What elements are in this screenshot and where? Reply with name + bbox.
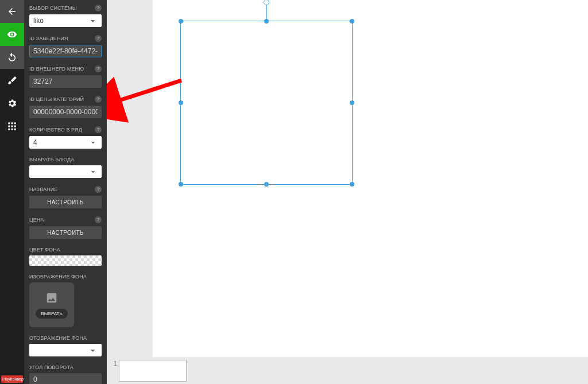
preview-button[interactable]	[0, 23, 24, 46]
label-venue-id: ID ЗАВЕДЕНИЯ ?	[29, 35, 102, 42]
back-button[interactable]	[0, 0, 24, 23]
grid-icon	[7, 121, 17, 131]
undo-button[interactable]	[0, 46, 24, 69]
resize-handle-nw[interactable]	[179, 19, 183, 24]
help-icon[interactable]: ?	[95, 5, 102, 11]
system-select[interactable]: liko	[29, 14, 102, 27]
selection-box[interactable]	[180, 21, 353, 185]
label-bg-color: ЦВЕТ ФОНА	[29, 247, 102, 253]
label-ext-menu-id: ID ВНЕШНЕГО МЕНЮ ?	[29, 65, 102, 72]
rail-badge: PlayКонвертер	[1, 375, 23, 383]
help-icon[interactable]: ?	[95, 65, 102, 72]
resize-handle-se[interactable]	[350, 182, 354, 187]
resize-handle-w[interactable]	[179, 100, 183, 105]
label-price: ЦЕНА ?	[29, 216, 102, 223]
field-bg-display: ОТОБРАЖЕНИЕ ФОНА	[29, 335, 102, 356]
left-rail: PlayКонвертер	[0, 0, 24, 384]
settings-button[interactable]	[0, 92, 24, 115]
label-choose-dishes: ВЫБРАТЬ БЛЮДА	[29, 157, 102, 162]
grid-button[interactable]	[0, 115, 24, 138]
rotation-input[interactable]	[29, 373, 102, 384]
rotation-handle[interactable]	[264, 0, 269, 5]
arrow-left-icon	[7, 6, 17, 17]
per-row-select[interactable]: 4	[29, 136, 102, 149]
field-cat-price-id: ID ЦЕНЫ КАТЕГОРИЙ ?	[29, 96, 102, 118]
bg-image-box: ВЫБРАТЬ	[29, 282, 74, 327]
field-name: НАЗВАНИЕ ? НАСТРОИТЬ	[29, 186, 102, 208]
resize-handle-sw[interactable]	[179, 182, 183, 187]
help-icon[interactable]: ?	[95, 35, 102, 42]
bg-display-select[interactable]	[29, 344, 102, 356]
canvas-page[interactable]	[153, 0, 588, 357]
choose-bg-image-button[interactable]: ВЫБРАТЬ	[36, 309, 67, 319]
gear-icon	[7, 98, 17, 108]
field-ext-menu-id: ID ВНЕШНЕГО МЕНЮ ?	[29, 65, 102, 88]
label-bg-display: ОТОБРАЖЕНИЕ ФОНА	[29, 335, 102, 341]
help-icon[interactable]: ?	[95, 216, 102, 223]
configure-name-button[interactable]: НАСТРОИТЬ	[29, 196, 102, 208]
properties-panel: ВЫБОР СИСТЕМЫ ? liko ID ЗАВЕДЕНИЯ ? ID В…	[24, 0, 107, 384]
ext-menu-id-input[interactable]	[29, 75, 102, 88]
label-cat-price-id: ID ЦЕНЫ КАТЕГОРИЙ ?	[29, 96, 102, 103]
resize-handle-e[interactable]	[350, 100, 354, 105]
field-choose-dishes: ВЫБРАТЬ БЛЮДА	[29, 157, 102, 178]
resize-handle-s[interactable]	[264, 182, 269, 187]
resize-handle-ne[interactable]	[350, 19, 354, 24]
help-icon[interactable]: ?	[95, 96, 102, 103]
undo-icon	[7, 52, 17, 63]
label-rotation: УГОЛ ПОВОРОТА	[29, 364, 102, 370]
help-icon[interactable]: ?	[95, 186, 102, 193]
field-per-row: КОЛИЧЕСТВО В РЯД ? 4	[29, 126, 102, 149]
field-bg-image: ИЗОБРАЖЕНИЕ ФОНА ВЫБРАТЬ	[29, 274, 102, 327]
brush-tool-button[interactable]	[0, 69, 24, 92]
help-icon[interactable]: ?	[95, 126, 102, 133]
page-thumbnails: 1	[107, 359, 588, 384]
field-rotation: УГОЛ ПОВОРОТА	[29, 364, 102, 384]
field-price: ЦЕНА ? НАСТРОИТЬ	[29, 216, 102, 239]
label-system: ВЫБОР СИСТЕМЫ ?	[29, 5, 102, 11]
resize-handle-n[interactable]	[264, 19, 269, 24]
configure-price-button[interactable]: НАСТРОИТЬ	[29, 226, 102, 239]
field-system: ВЫБОР СИСТЕМЫ ? liko	[29, 5, 102, 27]
image-placeholder-icon	[44, 292, 60, 304]
bg-color-swatch[interactable]	[29, 255, 102, 266]
eye-icon	[7, 29, 17, 40]
brush-icon	[7, 75, 17, 86]
field-venue-id: ID ЗАВЕДЕНИЯ ?	[29, 35, 102, 57]
app-root: PlayКонвертер ВЫБОР СИСТЕМЫ ? liko ID ЗА…	[0, 0, 588, 384]
field-bg-color: ЦВЕТ ФОНА	[29, 247, 102, 266]
choose-dishes-select[interactable]	[29, 165, 102, 178]
thumb-number: 1	[114, 360, 117, 367]
canvas-area: 1	[107, 0, 588, 384]
label-per-row: КОЛИЧЕСТВО В РЯД ?	[29, 126, 102, 133]
label-bg-image: ИЗОБРАЖЕНИЕ ФОНА	[29, 274, 102, 280]
page-thumbnail-1[interactable]: 1	[114, 360, 187, 382]
canvas-scroll[interactable]	[107, 0, 588, 359]
cat-price-id-input[interactable]	[29, 106, 102, 118]
thumb-preview	[119, 360, 187, 382]
venue-id-input[interactable]	[29, 45, 102, 57]
label-name: НАЗВАНИЕ ?	[29, 186, 102, 193]
